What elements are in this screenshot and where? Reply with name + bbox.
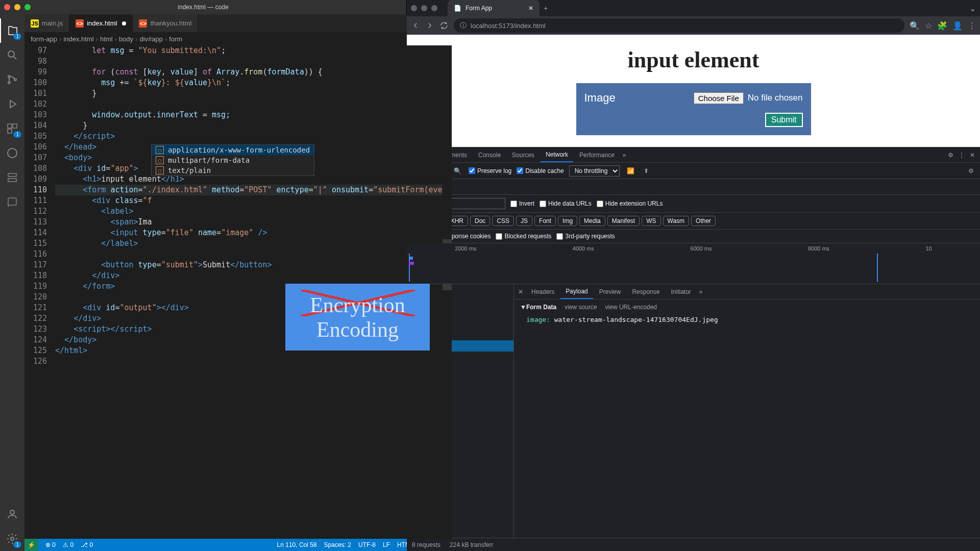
detail-tab-payload[interactable]: Payload	[560, 285, 593, 299]
annotation-overlay: Encryption Encoding	[285, 284, 430, 350]
tab-thankyou-html[interactable]: <>thankyou.html	[133, 14, 198, 32]
detail-tab-initiator[interactable]: Initiator	[666, 285, 696, 298]
remote-indicator[interactable]: ⚡	[24, 539, 38, 551]
db-icon[interactable]	[0, 165, 24, 190]
chat-icon[interactable]	[0, 190, 24, 214]
tab-console[interactable]: Console	[473, 148, 506, 162]
address-bar[interactable]: ⓘ localhost:5173/index.html	[454, 18, 904, 33]
minimize-window[interactable]	[14, 4, 20, 10]
close-window[interactable]	[4, 4, 10, 10]
filter-chip-js[interactable]: JS	[516, 216, 532, 226]
filter-chip-wasm[interactable]: Wasm	[663, 216, 690, 226]
devtools-settings-icon[interactable]: ⚙	[946, 149, 955, 161]
explorer-icon[interactable]: 1	[0, 18, 24, 43]
search-icon[interactable]	[0, 43, 24, 67]
preserve-log-checkbox[interactable]: Preserve log	[469, 167, 511, 174]
network-conditions-icon[interactable]: 📶	[625, 165, 636, 177]
network-status: 8 requests 224 kB transferr	[407, 538, 980, 551]
editor-area: JSmain.js <>index.html <>thankyou.html ⋯…	[24, 14, 452, 551]
autocomplete-option[interactable]: ▢application/x-www-form-urlencoded	[152, 145, 314, 155]
detail-tab-preview[interactable]: Preview	[594, 285, 626, 298]
source-control-icon[interactable]	[0, 67, 24, 92]
submit-button[interactable]: Submit	[765, 113, 803, 127]
autocomplete-option[interactable]: ▢text/plain	[152, 165, 314, 176]
view-url-encoded-link[interactable]: view URL-encoded	[605, 304, 657, 311]
tab-main-js[interactable]: JSmain.js	[24, 14, 69, 32]
svg-point-2	[8, 82, 10, 84]
filter-chip-css[interactable]: CSS	[492, 216, 514, 226]
status-git[interactable]: ⎇ 0	[81, 541, 93, 548]
status-errors[interactable]: ⊗ 0	[45, 541, 56, 548]
third-party-checkbox[interactable]: 3rd-party requests	[556, 233, 615, 240]
view-source-link[interactable]: view source	[565, 304, 597, 311]
account-icon[interactable]	[0, 502, 24, 527]
indent[interactable]: Spaces: 2	[324, 541, 351, 548]
throttling-select[interactable]: No throttling	[569, 165, 620, 177]
maximize-window[interactable]	[431, 5, 437, 11]
hide-data-urls-checkbox[interactable]: Hide data URLs	[540, 200, 592, 207]
zoom-icon[interactable]: 🔍	[910, 21, 920, 31]
back-button[interactable]	[411, 21, 420, 30]
window-title: index.html — code	[178, 4, 228, 11]
blocked-requests-checkbox[interactable]: Blocked requests	[496, 233, 551, 240]
close-window[interactable]	[411, 5, 417, 11]
filter-chip-ws[interactable]: WS	[642, 216, 660, 226]
filter-chip-manifest[interactable]: Manifest	[607, 216, 640, 226]
extensions-icon[interactable]: 🧩	[937, 21, 947, 31]
profile-icon[interactable]: 👤	[952, 21, 963, 31]
filter-chip-media[interactable]: Media	[579, 216, 605, 226]
minimap[interactable]	[443, 45, 452, 539]
network-timeline[interactable]: 2000 ms 4000 ms 6000 ms 8000 ms 10	[407, 243, 980, 284]
autocomplete-option[interactable]: ▢multipart/form-data	[152, 155, 314, 165]
browser-toolbar: ⓘ localhost:5173/index.html 🔍 ☆ 🧩 👤 ⋮	[407, 16, 980, 35]
network-settings-icon[interactable]: ⚙	[966, 165, 976, 177]
eol[interactable]: LF	[383, 541, 390, 548]
tab-network[interactable]: Network	[541, 148, 573, 162]
more-detail-tabs-icon[interactable]: »	[697, 286, 705, 297]
search-icon[interactable]: 🔍	[452, 165, 463, 177]
reload-button[interactable]	[439, 21, 449, 30]
devtools: Elements Console Sources Network Perform…	[407, 147, 980, 551]
menu-icon[interactable]: ⋮	[968, 21, 976, 31]
close-tab-icon[interactable]: ✕	[528, 5, 533, 12]
close-detail-icon[interactable]: ✕	[516, 286, 525, 297]
bookmark-icon[interactable]: ☆	[925, 21, 932, 31]
payload-row: image: water-stream-landscape-1471630704…	[520, 315, 974, 324]
svg-point-0	[8, 51, 14, 57]
browser-tab[interactable]: 📄 Form App ✕	[448, 0, 540, 16]
forward-button[interactable]	[425, 21, 434, 30]
encoding[interactable]: UTF-8	[358, 541, 376, 548]
tab-index-html[interactable]: <>index.html	[69, 14, 133, 32]
status-warnings[interactable]: ⚠ 0	[63, 541, 74, 548]
maximize-window[interactable]	[24, 4, 31, 10]
form-data-section[interactable]: ▼Form Data	[520, 304, 556, 311]
filter-chip-font[interactable]: Font	[534, 216, 556, 226]
chevron-down-icon[interactable]: ⌄	[969, 4, 976, 13]
cursor-position[interactable]: Ln 110, Col 58	[277, 541, 317, 548]
filter-chip-img[interactable]: Img	[558, 216, 577, 226]
devtools-close-icon[interactable]: ✕	[968, 149, 977, 161]
tab-sources[interactable]: Sources	[507, 148, 540, 162]
filter-chip-other[interactable]: Other	[691, 216, 716, 226]
more-tabs-icon[interactable]: »	[621, 149, 628, 161]
minimize-window[interactable]	[421, 5, 427, 11]
disable-cache-checkbox[interactable]: Disable cache	[517, 167, 564, 174]
detail-tab-response[interactable]: Response	[627, 285, 665, 298]
devtools-menu-icon[interactable]: ⋮	[957, 149, 967, 161]
browser-window-controls	[411, 5, 437, 11]
remote-icon[interactable]	[0, 141, 24, 165]
invert-checkbox[interactable]: Invert	[510, 200, 534, 207]
filter-chip-doc[interactable]: Doc	[470, 216, 490, 226]
hide-extension-urls-checkbox[interactable]: Hide extension URLs	[597, 200, 663, 207]
new-tab-button[interactable]: +	[544, 4, 548, 12]
run-debug-icon[interactable]	[0, 92, 24, 116]
import-icon[interactable]: ⬆	[642, 165, 651, 177]
settings-icon[interactable]: 1	[0, 527, 24, 551]
choose-file-button[interactable]: Choose File	[694, 92, 744, 104]
tab-performance[interactable]: Performance	[574, 148, 620, 162]
browser-window: 📄 Form App ✕ + ⌄ ⓘ localhost:5173/index.…	[407, 0, 980, 551]
site-info-icon[interactable]: ⓘ	[460, 21, 467, 30]
detail-tab-headers[interactable]: Headers	[526, 285, 559, 298]
extensions-icon[interactable]: 1	[0, 116, 24, 141]
breadcrumb[interactable]: form-app› index.html› html› body› div#ap…	[24, 32, 452, 45]
